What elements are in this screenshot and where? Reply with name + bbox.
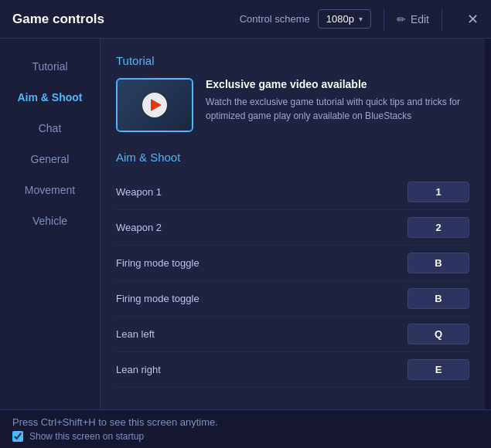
startup-checkbox-row: Show this screen on startup [12,431,218,442]
keybind-row-firingmode2: Firing mode toggle B [116,281,469,317]
chevron-down-icon: ▾ [359,15,363,23]
keybinds-list: Weapon 1 1 Weapon 2 2 Firing mode toggle… [116,175,469,388]
keybind-key-weapon1[interactable]: 1 [407,182,469,202]
keybind-key-firingmode1[interactable]: B [407,253,469,273]
edit-button[interactable]: ✏ Edit [397,13,429,25]
edit-icon: ✏ [397,13,406,25]
keybind-label-leanright: Lean right [116,364,161,375]
keybind-key-leanright[interactable]: E [407,359,469,380]
keybind-label-weapon2: Weapon 2 [116,222,162,233]
keybind-label-leanleft: Lean left [116,328,155,340]
header-divider-2 [442,8,442,31]
keybind-label-weapon1: Weapon 1 [116,186,162,198]
keybind-label-firingmode2: Firing mode toggle [116,293,199,304]
sidebar-item-movement[interactable]: Movement [0,175,100,205]
keybind-key-leanleft[interactable]: Q [407,324,469,344]
control-scheme-label: Control scheme [240,13,310,25]
sidebar-item-tutorial[interactable]: Tutorial [0,51,100,82]
keybind-row-leanright: Lean right E [116,352,469,388]
aim-shoot-section: Aim & Shoot [116,151,469,164]
sidebar-item-general[interactable]: General [0,144,100,175]
tutorial-text: Exclusive game video available Watch the… [206,78,469,123]
keybind-row-firingmode1: Firing mode toggle B [116,246,469,281]
keybind-key-weapon2[interactable]: 2 [407,217,469,238]
aim-shoot-section-title: Aim & Shoot [116,151,469,164]
keybind-key-firingmode2[interactable]: B [407,288,469,309]
tutorial-card: Exclusive game video available Watch the… [116,78,469,132]
main-layout: Tutorial Aim & Shoot Chat General Moveme… [0,39,491,409]
keybind-label-firingmode1: Firing mode toggle [116,257,199,269]
content-area: Tutorial Exclusive game video available … [101,39,485,409]
close-button[interactable]: ✕ [467,11,479,28]
header: Game controls Control scheme 1080p ▾ ✏ E… [0,0,491,39]
play-button[interactable] [142,93,167,117]
header-divider [384,8,384,31]
page-title: Game controls [12,12,240,27]
play-icon [151,99,162,111]
sidebar-item-vehicle[interactable]: Vehicle [0,205,100,236]
sidebar: Tutorial Aim & Shoot Chat General Moveme… [0,39,101,409]
scrollbar-track [485,39,491,409]
footer: Press Ctrl+Shift+H to see this screen an… [0,409,491,448]
startup-checkbox[interactable] [12,431,23,442]
tutorial-video-thumbnail[interactable] [116,78,193,132]
keybind-row-weapon2: Weapon 2 2 [116,210,469,246]
keybind-row-leanleft: Lean left Q [116,317,469,352]
shortcut-hint: Press Ctrl+Shift+H to see this screen an… [12,416,218,428]
edit-label: Edit [411,13,429,25]
sidebar-item-chat[interactable]: Chat [0,113,100,144]
footer-stack: Press Ctrl+Shift+H to see this screen an… [12,416,218,442]
keybind-row-weapon1: Weapon 1 1 [116,175,469,210]
tutorial-section-title: Tutorial [116,54,469,67]
resolution-value: 1080p [326,13,354,25]
startup-checkbox-label: Show this screen on startup [29,431,144,442]
sidebar-item-aim-shoot[interactable]: Aim & Shoot [0,82,100,113]
resolution-dropdown[interactable]: 1080p ▾ [318,9,371,29]
tutorial-video-title: Exclusive game video available [206,78,469,90]
tutorial-video-body: Watch the exclusive game tutorial with q… [206,95,469,123]
